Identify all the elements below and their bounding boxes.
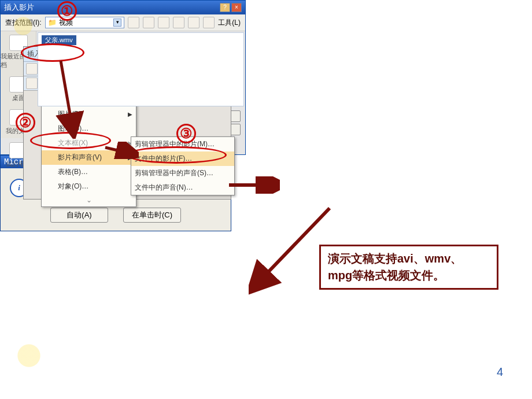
up-icon[interactable] [143, 17, 154, 28]
svg-line-0 [61, 61, 72, 127]
newfolder-icon[interactable] [188, 17, 200, 28]
fmt-wmv: wmv [425, 252, 450, 265]
mi-object[interactable]: 对象(O)… [42, 179, 136, 194]
svg-line-1 [105, 147, 130, 153]
mi-clip-sound[interactable]: 剪辑管理器中的声音(S)… [131, 166, 234, 180]
help-button[interactable]: ? [220, 3, 230, 12]
views-icon[interactable] [203, 17, 215, 28]
badge-2: ② [16, 113, 35, 132]
mi-expand[interactable]: ⌄ [42, 194, 136, 206]
arrow-to-dialog [228, 176, 280, 194]
chevron-down-icon[interactable]: ▾ [113, 19, 121, 27]
arrow-to-msgbox [249, 202, 341, 295]
auto-button[interactable]: 自动(A) [50, 208, 108, 223]
info-suffix: 等格式视频文件。 [352, 269, 445, 282]
arrow-1-to-2 [46, 58, 87, 139]
svg-line-3 [257, 208, 330, 283]
mi-table[interactable]: 表格(B)… [42, 165, 136, 179]
tools-menu[interactable]: 工具(L) [218, 18, 241, 28]
back-icon[interactable] [128, 17, 139, 28]
movies-sounds-submenu: 剪辑管理器中的影片(M)… 文件中的影片(F)… 剪辑管理器中的声音(S)… 文… [131, 136, 235, 195]
badge-3: ③ [176, 124, 196, 143]
toolbar-icon[interactable] [26, 63, 38, 75]
onclick-button[interactable]: 在单击时(C) [123, 208, 181, 223]
delete-icon[interactable] [173, 17, 184, 28]
search-icon[interactable] [158, 17, 169, 28]
format-info-box: 演示文稿支持avi、wmv、mpg等格式视频文件。 [319, 245, 498, 290]
mi-sound-from-file[interactable]: 文件中的声音(N)… [131, 180, 234, 195]
page-number: 4 [497, 365, 503, 379]
fmt-avi: avi [397, 252, 413, 265]
arrow-2-to-3 [104, 142, 139, 159]
highlight-ring-3 [126, 146, 227, 164]
close-button[interactable]: × [231, 3, 242, 12]
toolbar-icon[interactable] [26, 77, 38, 89]
badge-1: ① [57, 1, 77, 21]
chevron-right-icon: ▶ [128, 111, 132, 117]
